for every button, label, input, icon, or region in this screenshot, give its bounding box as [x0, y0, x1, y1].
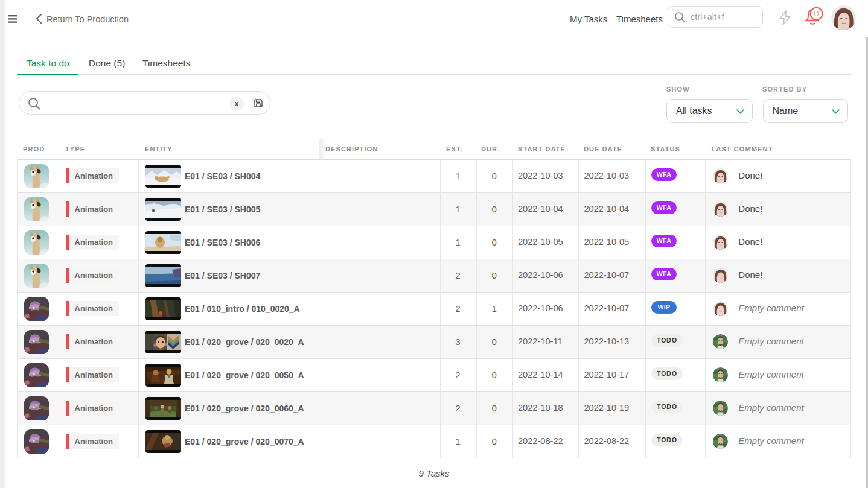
svg-text:11: 11 — [813, 10, 820, 17]
